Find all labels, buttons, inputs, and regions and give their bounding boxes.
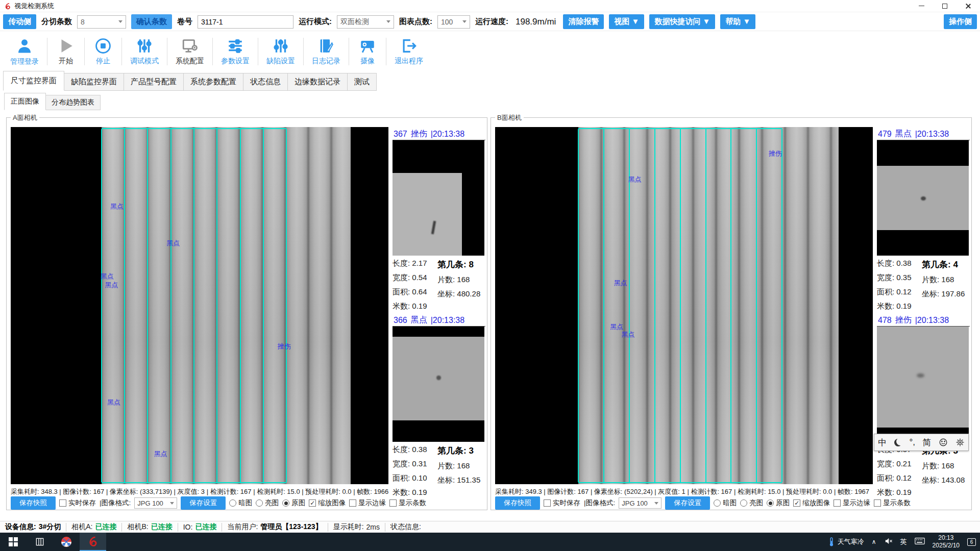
dark-image-radio[interactable]: 暗图 (229, 498, 252, 508)
camera-b-image: 挫伤黑点黑点黑点黑点 (495, 127, 873, 484)
original-image-label: 原图 (776, 498, 790, 508)
width-value: 0.35 (896, 273, 911, 282)
operator-side-button[interactable]: 操作侧 (944, 14, 977, 29)
save-settings-button[interactable]: 保存设置 (665, 496, 710, 510)
view-menu-button[interactable]: 视图 ▼ (609, 14, 644, 29)
defect-card[interactable]: 478 挫伤 |20:13:38 长度: 0.57 宽度: 0.21 面积: 0… (877, 314, 970, 497)
zoom-image-checkbox[interactable]: ✓缩放图像 (309, 498, 346, 508)
taskbar-clock[interactable]: 20:13 2025/2/10 (933, 534, 960, 549)
defect-type: 黑点 (411, 315, 427, 325)
bright-image-radio[interactable]: 亮图 (740, 498, 763, 508)
defect-mark (921, 196, 926, 201)
log-record-button[interactable]: 日志记录 (304, 32, 349, 71)
image-format-select[interactable]: JPG 100 (134, 497, 177, 509)
notification-center-button[interactable]: 6 (967, 538, 976, 546)
system-config-button[interactable]: 系统配置 (167, 32, 212, 71)
tab-system-param-config[interactable]: 系统参数配置 (183, 73, 243, 91)
defect-thumbnail (393, 327, 484, 442)
save-snapshot-button[interactable]: 保存快照 (11, 496, 56, 510)
show-count-checkbox[interactable]: 显示条数 (874, 498, 911, 508)
weather-widget[interactable]: 天气寒冷 (828, 537, 864, 546)
maximize-button[interactable] (933, 0, 957, 12)
radio-icon (714, 499, 721, 507)
strip-boundary-line (101, 129, 102, 482)
minimize-button[interactable] (910, 0, 933, 12)
data-quick-access-menu-button[interactable]: 数据快捷访问 ▼ (649, 14, 715, 29)
chart-points-select[interactable]: 100 (437, 15, 470, 29)
camera-button[interactable]: 摄像 (349, 32, 386, 71)
defect-card[interactable]: 367 挫伤 |20:13:38 长度: 2.17 宽度: 0.54 面积: 0… (393, 128, 485, 311)
tool-label: 开始 (59, 57, 73, 66)
area-value: 0.64 (412, 287, 427, 296)
parameter-settings-button[interactable]: 参数设置 (213, 32, 258, 71)
volume-muted-button[interactable] (884, 537, 893, 547)
show-count-checkbox[interactable]: 显示条数 (389, 498, 426, 508)
touch-keyboard-button[interactable] (915, 537, 925, 546)
realtime-save-checkbox[interactable]: 实时保存 (59, 498, 96, 508)
tab-test[interactable]: 测试 (347, 73, 377, 91)
show-edge-checkbox[interactable]: 显示边缘 (349, 498, 386, 508)
ime-emoji-button[interactable] (939, 438, 948, 447)
defect-card[interactable]: 479 黑点 |20:13:38 长度: 0.38 宽度: 0.35 面积: 0… (877, 128, 970, 311)
realtime-save-checkbox[interactable]: 实时保存 (544, 498, 580, 508)
length-value: 2.17 (412, 259, 427, 267)
start-button[interactable] (0, 533, 27, 551)
pieces-label: 片数: (437, 461, 455, 470)
show-edge-checkbox[interactable]: 显示边缘 (834, 498, 870, 508)
original-image-radio[interactable]: 原图 (282, 498, 305, 508)
coord-label: 坐标: (922, 475, 939, 484)
ime-language-indicator[interactable]: 英 (900, 537, 907, 546)
camera-a-status: 相机A:已连接 (66, 523, 122, 532)
subtab-front-image[interactable]: 正面图像 (4, 93, 46, 110)
stop-button[interactable]: 停止 (85, 32, 121, 71)
tab-size-monitor[interactable]: 尺寸监控界面 (3, 71, 64, 91)
defect-settings-button[interactable]: 缺陷设置 (258, 32, 303, 71)
original-image-label: 原图 (291, 498, 305, 508)
save-settings-button[interactable]: 保存设置 (181, 496, 226, 510)
split-count-value: 8 (81, 18, 85, 26)
close-button[interactable] (957, 0, 980, 12)
icon-toolbar: 管理登录 开始 停止 调试模式 系统配置 (0, 32, 980, 71)
status-label: 状态信息: (390, 522, 421, 532)
save-snapshot-button[interactable]: 保存快照 (495, 496, 540, 510)
dark-image-radio[interactable]: 暗图 (714, 498, 737, 508)
ime-punctuation-toggle[interactable]: °, (909, 437, 915, 447)
ime-settings-button[interactable] (955, 438, 965, 447)
defect-card[interactable]: 366 黑点 |20:13:38 长度: 0.38 宽度: 0.31 面积: 0… (393, 314, 485, 497)
app-logo-icon (87, 536, 99, 547)
start-button[interactable]: 开始 (47, 32, 84, 71)
confirm-count-button[interactable]: 确认条数 (131, 14, 172, 29)
tab-product-model-config[interactable]: 产品型号配置 (124, 73, 184, 91)
chevron-down-icon (170, 502, 174, 505)
tab-defect-monitor[interactable]: 缺陷监控界面 (64, 73, 124, 91)
original-image-radio[interactable]: 原图 (767, 498, 790, 508)
task-view-button[interactable] (27, 533, 53, 551)
clear-alarm-button[interactable]: 清除报警 (563, 14, 604, 29)
tab-edge-data-record[interactable]: 边缘数据记录 (287, 73, 348, 91)
subtab-distribution-chart[interactable]: 分布趋势图表 (45, 95, 101, 110)
monitor-gear-icon (181, 37, 199, 55)
admin-login-button[interactable]: 管理登录 (2, 32, 47, 71)
exit-program-button[interactable]: 退出程序 (386, 32, 431, 71)
help-menu-button[interactable]: 帮助 ▼ (720, 14, 755, 29)
bright-image-radio[interactable]: 亮图 (256, 498, 279, 508)
inspection-app-taskbar-button[interactable] (80, 533, 106, 551)
split-count-select[interactable]: 8 (77, 15, 126, 29)
debug-mode-button[interactable]: 调试模式 (122, 32, 167, 71)
chart-points-value: 100 (441, 18, 453, 26)
ime-fullwidth-moon-icon[interactable] (894, 439, 902, 446)
zoom-image-checkbox[interactable]: ✓缩放图像 (793, 498, 830, 508)
snipping-tool-button[interactable] (53, 533, 80, 551)
image-format-select[interactable]: JPG 100 (619, 497, 662, 509)
tab-status-info[interactable]: 状态信息 (243, 73, 288, 91)
ime-language-toggle[interactable]: 中 (878, 437, 887, 448)
defect-card-header: 367 挫伤 |20:13:38 (393, 128, 485, 140)
ime-simplified-toggle[interactable]: 简 (923, 437, 932, 448)
roll-number-input[interactable] (198, 15, 293, 29)
status-value: 已连接 (95, 522, 116, 532)
run-mode-select[interactable]: 双面检测 (337, 15, 394, 29)
drive-side-button[interactable]: 传动侧 (3, 14, 36, 29)
tool-label: 停止 (96, 57, 110, 66)
stop-icon (94, 37, 112, 55)
tray-expand-chevron[interactable]: ∧ (872, 538, 876, 545)
